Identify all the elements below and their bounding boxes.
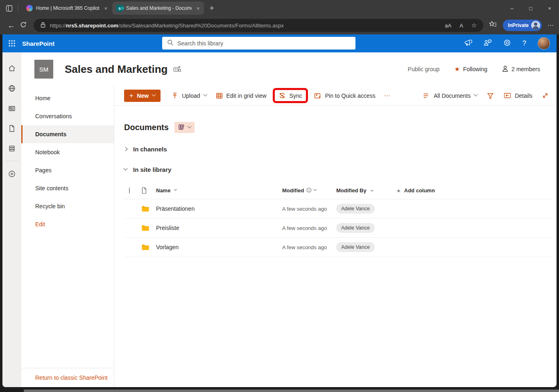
chevron-down-icon [314,188,317,191]
modified-by-pill[interactable]: Adele Vance [336,242,375,252]
nav-item-conversations[interactable]: Conversations [21,107,114,125]
chevron-right-icon [124,147,128,151]
nav-item-documents[interactable]: Documents [21,125,114,143]
nav-item-edit[interactable]: Edit [21,215,114,233]
upload-button[interactable]: Upload [172,92,206,99]
back-button[interactable]: ← [5,21,17,30]
search-icon [167,39,174,47]
view-selector-button[interactable]: All Documents [423,92,477,99]
settings-gear-icon[interactable] [503,39,511,48]
chevron-down-icon [174,188,177,191]
browser-menu-icon[interactable]: ⋯ [548,22,554,29]
select-all-checkbox[interactable] [129,187,130,194]
read-aloud-icon[interactable]: A [459,23,463,29]
sharepoint-brand[interactable]: SharePoint [22,40,54,47]
info-icon [306,187,312,194]
minimize-button[interactable]: – [502,0,521,16]
home-icon[interactable] [2,58,21,78]
file-name[interactable]: Vorlagen [156,244,282,250]
sync-button[interactable]: Sync [278,92,302,99]
app-launcher-icon[interactable] [8,40,16,47]
following-toggle[interactable]: ★ Following [454,65,487,73]
tab-title: Sales and Marketing - Documents [126,5,192,11]
user-avatar[interactable] [538,37,550,50]
favorite-star-icon[interactable]: ☆ [471,22,477,29]
nav-item-site-contents[interactable]: Site contents [21,179,114,197]
nav-item-notebook[interactable]: Notebook [21,143,114,161]
lock-icon [40,22,46,29]
inprivate-badge[interactable]: InPrivate [503,20,542,31]
site-title[interactable]: Sales and Marketing [65,63,167,76]
pin-to-quick-access-button[interactable]: Pin to Quick access [314,92,376,99]
address-bar[interactable]: https://nrs5.sharepoint.com/sites/Salesa… [34,19,483,32]
modified-by-pill[interactable]: Adele Vance [336,223,375,233]
members-link[interactable]: 2 members [502,65,540,73]
edit-grid-view-button[interactable]: Edit in grid view [216,92,267,99]
command-bar-right: All Documents Details [423,92,548,99]
documents-icon[interactable] [2,118,21,138]
chevron-down-icon [371,189,373,191]
browser-window: Home | Microsoft 365 Copilot × s Sales a… [0,0,559,392]
more-commands-icon[interactable]: ⋯ [384,92,391,99]
file-name[interactable]: Präsentationen [156,205,282,212]
library-search-box[interactable] [162,37,355,50]
site-header: SM Sales and Marketing Public group ★ Fo… [21,52,557,86]
chevron-down-icon [187,124,191,128]
privacy-label: Public group [408,66,440,72]
table-row[interactable]: Preisliste A few seconds ago Adele Vance [124,219,551,238]
news-icon[interactable] [2,98,21,118]
nav-item-pages[interactable]: Pages [21,161,114,179]
library-stack-icon[interactable] [2,138,21,158]
refresh-button[interactable] [17,21,29,30]
modified-by-pill[interactable]: Adele Vance [336,204,375,214]
profile-avatar-icon [531,21,540,30]
section-in-channels[interactable]: In channels [124,146,551,153]
classic-sharepoint-link[interactable]: Return to classic SharePoint [21,368,114,387]
megaphone-icon[interactable] [464,39,472,48]
maximize-button[interactable]: □ [521,0,540,16]
new-button[interactable]: + New [124,90,161,102]
search-input[interactable] [177,40,351,47]
expand-fullscreen-icon[interactable] [542,92,548,99]
workspaces-icon[interactable] [6,5,13,12]
tab-sales-marketing-documents[interactable]: s Sales and Marketing - Documents × [112,2,204,15]
library-view-toggle-button[interactable] [174,122,195,133]
titlebar-divider [18,5,18,12]
browser-tab-bar: Home | Microsoft 365 Copilot × s Sales a… [0,0,559,16]
site-navigation: Home Conversations Documents Notebook Pa… [21,86,114,387]
close-button[interactable]: × [540,0,559,16]
nav-item-home[interactable]: Home [21,89,114,107]
help-icon[interactable]: ? [523,39,526,47]
column-header-modified[interactable]: Modified [282,187,336,194]
translate-icon[interactable]: aA [445,23,451,29]
command-bar: + New Upload Edit in grid view [114,86,557,106]
add-column-button[interactable]: + Add column [397,187,551,194]
library-heading: Documents [124,123,169,132]
section-in-site-library[interactable]: In site library [124,166,551,173]
details-button[interactable]: Details [504,92,532,99]
file-name[interactable]: Preisliste [156,225,282,231]
file-type-column-icon[interactable] [141,187,156,194]
column-header-name[interactable]: Name [156,187,282,194]
nav-item-recycle-bin[interactable]: Recycle bin [21,197,114,215]
filter-button[interactable] [487,92,494,99]
table-row[interactable]: Vorlagen A few seconds ago Adele Vance [124,238,551,257]
create-plus-icon[interactable] [2,164,21,184]
library-content: + New Upload Edit in grid view [114,86,557,387]
tab-close-icon[interactable]: × [197,5,200,11]
sharepoint-favicon-icon: s [116,5,123,11]
collections-icon[interactable] [489,21,497,30]
globe-icon[interactable] [2,78,21,98]
window-controls: – □ × [502,0,559,16]
global-app-bar [2,52,21,387]
site-logo[interactable]: SM [34,60,53,79]
table-row[interactable]: Präsentationen A few seconds ago Adele V… [124,199,551,219]
teams-icon [173,65,181,73]
new-tab-button[interactable]: + [210,4,214,13]
column-header-modified-by[interactable]: Modified By [336,187,397,194]
tab-copilot-home[interactable]: Home | Microsoft 365 Copilot × [22,2,111,15]
tab-close-icon[interactable]: × [104,5,108,11]
feedback-icon[interactable] [484,39,492,48]
taskbar-edge [24,390,559,392]
browser-toolbar: ← https://nrs5.sharepoint.com/sites/Sale… [0,16,559,34]
